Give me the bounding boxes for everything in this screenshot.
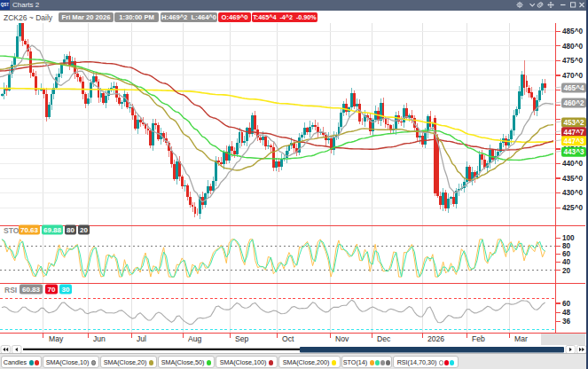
svg-text:475^0: 475^0 xyxy=(562,57,583,65)
svg-text:80: 80 xyxy=(562,242,571,250)
svg-text:60: 60 xyxy=(562,250,571,258)
svg-text:May: May xyxy=(49,334,64,343)
svg-text:48: 48 xyxy=(562,309,571,317)
svg-text:447^7: 447^7 xyxy=(564,129,584,137)
svg-text:69.88: 69.88 xyxy=(43,226,62,234)
svg-text:RSI: RSI xyxy=(4,286,17,294)
svg-text:485^0: 485^0 xyxy=(562,27,583,35)
svg-text:60: 60 xyxy=(562,300,571,308)
svg-text:460^2: 460^2 xyxy=(564,99,584,107)
svg-text:Nov: Nov xyxy=(335,334,349,343)
svg-text:435^0: 435^0 xyxy=(562,175,583,183)
svg-text:Aug: Aug xyxy=(188,334,202,343)
svg-text:80: 80 xyxy=(67,226,74,234)
svg-text:447^3: 447^3 xyxy=(564,137,584,145)
svg-text:430^0: 430^0 xyxy=(562,189,583,197)
svg-text:70.63: 70.63 xyxy=(20,226,39,234)
svg-text:Mar: Mar xyxy=(514,334,528,343)
svg-text:Jun: Jun xyxy=(93,334,106,343)
svg-text:480^0: 480^0 xyxy=(562,43,583,51)
svg-text:20: 20 xyxy=(562,267,571,275)
svg-text:20: 20 xyxy=(80,226,88,234)
svg-text:440^0: 440^0 xyxy=(562,160,583,168)
svg-text:40: 40 xyxy=(562,258,571,266)
svg-text:100: 100 xyxy=(562,234,575,242)
svg-text:60.83: 60.83 xyxy=(22,286,41,294)
svg-text:Oct: Oct xyxy=(282,334,294,343)
svg-text:30: 30 xyxy=(62,286,70,294)
svg-text:470^0: 470^0 xyxy=(562,72,583,80)
svg-text:2026: 2026 xyxy=(427,334,444,343)
svg-text:Dec: Dec xyxy=(377,334,391,343)
svg-text:Jul: Jul xyxy=(137,334,146,343)
svg-text:Feb: Feb xyxy=(472,334,485,343)
svg-text:425^0: 425^0 xyxy=(562,204,583,212)
svg-text:36: 36 xyxy=(562,318,571,326)
svg-text:STO: STO xyxy=(4,226,20,235)
svg-text:453^2: 453^2 xyxy=(564,119,584,127)
svg-text:465^4: 465^4 xyxy=(564,84,584,92)
svg-text:Sep: Sep xyxy=(235,334,249,343)
svg-text:443^3: 443^3 xyxy=(564,148,584,156)
svg-text:70: 70 xyxy=(48,286,56,294)
